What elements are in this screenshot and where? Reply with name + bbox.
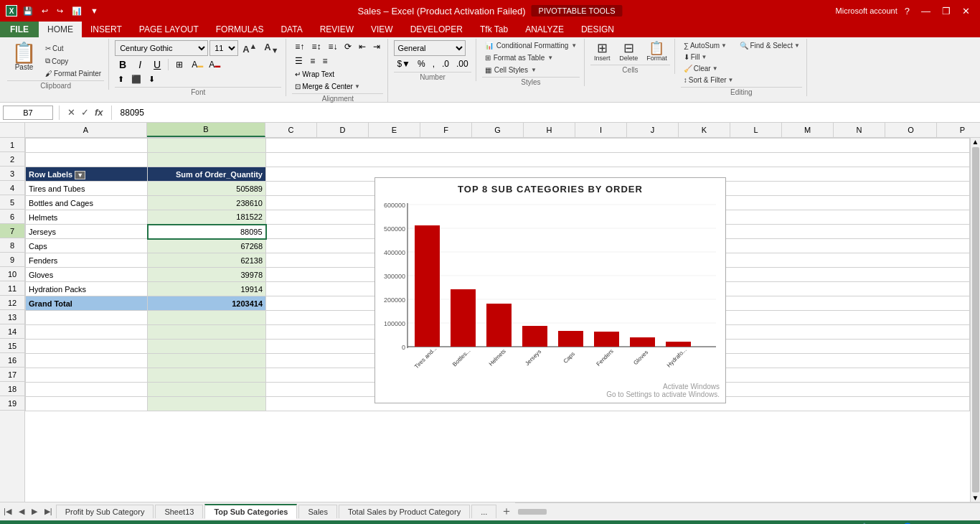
cell-A16[interactable] — [26, 354, 148, 368]
format-button[interactable]: 📋 Format — [644, 40, 670, 63]
row-num-4[interactable]: 4 — [0, 181, 24, 195]
indent-decrease-button[interactable]: ⇤ — [356, 40, 369, 53]
col-header-P[interactable]: P — [937, 123, 980, 137]
row-num-19[interactable]: 19 — [0, 396, 24, 411]
percent-button[interactable]: % — [415, 57, 428, 70]
row-num-17[interactable]: 17 — [0, 368, 24, 382]
col-header-A[interactable]: A — [25, 123, 147, 137]
cell-rest-1[interactable] — [266, 139, 970, 153]
cell-A3[interactable]: Row Labels ▼ — [26, 167, 148, 182]
tab-view[interactable]: VIEW — [362, 22, 402, 37]
cell-B5[interactable]: 238610 — [148, 196, 266, 210]
tab-insert[interactable]: INSERT — [82, 22, 131, 37]
row-num-13[interactable]: 13 — [0, 310, 24, 324]
row-num-7[interactable]: 7 — [0, 224, 24, 238]
col-header-I[interactable]: I — [575, 123, 627, 137]
file-tab[interactable]: FILE — [0, 22, 39, 37]
cell-A11[interactable]: Hydration Packs — [26, 282, 148, 296]
col-header-F[interactable]: F — [420, 123, 472, 137]
cell-B16[interactable] — [148, 354, 266, 368]
cell-B9[interactable]: 62138 — [148, 253, 266, 268]
merge-center-button[interactable]: ⊡ Merge & Center ▼ — [292, 81, 363, 92]
tab-home[interactable]: HOME — [39, 22, 82, 37]
indent-increase-button[interactable]: ⇥ — [370, 40, 383, 53]
cell-A18[interactable] — [26, 383, 148, 397]
col-header-B[interactable]: B — [147, 123, 265, 137]
cell-ref-input[interactable] — [3, 106, 53, 120]
align-top-button[interactable]: ⬆ — [115, 73, 127, 85]
help-btn[interactable]: ? — [900, 4, 914, 18]
scroll-down-button[interactable]: ▼ — [971, 494, 981, 502]
cell-B7-active[interactable]: 88095 — [148, 225, 266, 239]
tab-total-sales-by-product-category[interactable]: Total Sales by Product Category — [339, 505, 470, 518]
tab-profit-by-sub-category[interactable]: Profit by Sub Category — [56, 505, 154, 518]
tab-analyze[interactable]: ANALYZE — [517, 22, 573, 37]
qat-dd-btn[interactable]: ▼ — [88, 5, 101, 17]
cell-A2[interactable] — [26, 153, 148, 167]
row-num-14[interactable]: 14 — [0, 324, 24, 339]
cell-B6[interactable]: 181522 — [148, 210, 266, 225]
align-right-top-button[interactable]: ≡↓ — [325, 40, 340, 53]
maximize-btn[interactable]: ❐ — [938, 4, 955, 18]
row-num-10[interactable]: 10 — [0, 267, 24, 281]
redo-btn[interactable]: ↪ — [54, 5, 66, 17]
row-num-2[interactable]: 2 — [0, 152, 24, 167]
align-bottom-button[interactable]: ⬇ — [146, 73, 158, 85]
align-center-button[interactable]: ≡ — [307, 55, 318, 67]
h-scroll-thumb[interactable] — [518, 509, 547, 515]
cell-B10[interactable]: 39978 — [148, 268, 266, 282]
col-header-E[interactable]: E — [369, 123, 420, 137]
sort-filter-button[interactable]: ↕ Sort & Filter ▼ — [681, 75, 737, 85]
col-header-H[interactable]: H — [524, 123, 575, 137]
tab-nav-prev[interactable]: ◀ — [15, 505, 28, 518]
cell-A17[interactable] — [26, 368, 148, 383]
cell-A4[interactable]: Tires and Tubes — [26, 182, 148, 196]
conditional-formatting-button[interactable]: 📊 Conditional Formatting ▼ — [482, 40, 580, 51]
cell-A15[interactable] — [26, 340, 148, 354]
tab-nav-next[interactable]: ▶ — [28, 505, 41, 518]
row-num-15[interactable]: 15 — [0, 339, 24, 353]
format-painter-button[interactable]: 🖌 Format Painter — [42, 68, 104, 79]
cell-A19[interactable] — [26, 397, 148, 411]
tab-more[interactable]: ... — [471, 505, 496, 518]
tab-review[interactable]: REVIEW — [311, 22, 362, 37]
cell-B17[interactable] — [148, 368, 266, 383]
increase-decimal-button[interactable]: .00 — [453, 57, 471, 70]
cell-A1[interactable] — [26, 139, 148, 153]
tab-formulas[interactable]: FORMULAS — [207, 22, 273, 37]
bold-button[interactable]: B — [115, 57, 131, 72]
cell-styles-button[interactable]: ▦ Cell Styles ▼ — [482, 65, 540, 75]
row-num-1[interactable]: 1 — [0, 138, 24, 152]
cell-B15[interactable] — [148, 340, 266, 354]
chart-container[interactable]: TOP 8 SUB CATEGORIES BY ORDER 600000 500… — [374, 177, 726, 403]
cell-B4[interactable]: 505889 — [148, 182, 266, 196]
align-center-top-button[interactable]: ≡↕ — [308, 40, 324, 53]
italic-button[interactable]: I — [132, 57, 148, 72]
formula-confirm-button[interactable]: ✓ — [79, 107, 91, 118]
col-header-D[interactable]: D — [317, 123, 369, 137]
save-btn[interactable]: 💾 — [20, 5, 36, 17]
dollar-button[interactable]: $▼ — [394, 57, 413, 70]
vertical-scrollbar[interactable]: ▲ ▼ — [970, 138, 980, 502]
cell-A5[interactable]: Bottles and Cages — [26, 196, 148, 210]
tab-design[interactable]: DESIGN — [573, 22, 623, 37]
cell-A10[interactable]: Gloves — [26, 268, 148, 282]
delete-button[interactable]: ⊟ Delete — [616, 40, 641, 63]
wrap-text-button[interactable]: ↵ Wrap Text — [292, 69, 337, 80]
h-scroll-track[interactable] — [518, 509, 977, 515]
text-direction-button[interactable]: ⟳ — [341, 40, 354, 53]
cell-A7[interactable]: Jerseys — [26, 225, 148, 239]
tab-tfk[interactable]: Tfk Tab — [471, 22, 517, 37]
tab-sheet13[interactable]: Sheet13 — [155, 505, 203, 518]
row-num-6[interactable]: 6 — [0, 210, 24, 224]
col-header-K[interactable]: K — [679, 123, 730, 137]
undo-btn[interactable]: ↩ — [39, 5, 51, 17]
autosum-button[interactable]: ∑ AutoSum ▼ — [681, 40, 731, 51]
align-left-button[interactable]: ☰ — [292, 55, 306, 67]
col-header-J[interactable]: J — [627, 123, 679, 137]
paste-button[interactable]: 📋 Paste — [7, 40, 41, 74]
cell-B19[interactable] — [148, 397, 266, 411]
formula-cancel-button[interactable]: ✕ — [65, 107, 77, 118]
row-num-11[interactable]: 11 — [0, 281, 24, 296]
close-btn[interactable]: ✕ — [958, 4, 974, 18]
